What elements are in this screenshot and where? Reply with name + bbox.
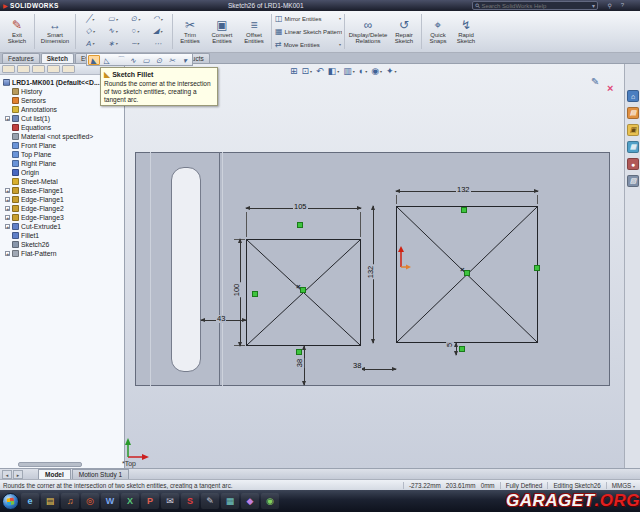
design-library-tab[interactable]: ▤ (627, 107, 639, 119)
display-delete-relations-button[interactable]: ∞ Display/Delete Relations (347, 12, 389, 51)
circle-button[interactable]: ⊙ (153, 55, 165, 65)
more-tools-button[interactable]: ⋯ (147, 38, 170, 50)
powerpoint-icon[interactable]: P (141, 493, 159, 509)
trim-entities-button[interactable]: ✂ Trim Entities (175, 12, 205, 51)
rectangle-button[interactable]: ▭ (140, 55, 152, 65)
help-icon[interactable]: ? (621, 2, 624, 8)
line-tool-button[interactable]: ╱▾ (79, 13, 102, 25)
tree-item-sheet-metal[interactable]: Sheet-Metal (2, 177, 124, 186)
tree-item-base-flange1[interactable]: Base-Flange1 (2, 186, 124, 195)
expand-icon[interactable] (5, 197, 10, 202)
sketch-fillet-button[interactable]: ◣ (88, 55, 100, 65)
rectangle-tool-button[interactable]: ▭▾ (102, 13, 125, 25)
dim-line-5[interactable] (456, 343, 457, 355)
dimension-38-bottom[interactable]: 38 (352, 362, 362, 370)
view-palette-tab[interactable]: ▦ (627, 141, 639, 153)
zoom-fit-button[interactable]: ⊞ (290, 66, 298, 76)
relation-marker[interactable] (252, 291, 258, 297)
tree-item-material[interactable]: Material <not specified> (2, 132, 124, 141)
sketch-fillet-tool-button[interactable]: ◢▾ (147, 25, 170, 37)
relation-marker[interactable] (459, 346, 465, 352)
sketch-chamfer-button[interactable]: ◺ (101, 55, 113, 65)
previous-view-button[interactable]: ↶ (316, 66, 324, 76)
tab-features[interactable]: Features (2, 53, 40, 63)
dimension-38-left[interactable]: 38 (296, 358, 304, 368)
tree-item-top-plane[interactable]: Top Plane (2, 150, 124, 159)
relation-marker[interactable] (534, 265, 540, 271)
point-tool-button[interactable]: ∗▾ (102, 38, 125, 50)
offset-entities-button[interactable]: ≡ Offset Entities (239, 12, 269, 51)
relation-marker[interactable] (297, 222, 303, 228)
exit-sketch-button[interactable]: ✎ Exit Sketch (2, 12, 32, 51)
dimxpertmanager-tab[interactable] (47, 65, 60, 73)
mirror-entities-button[interactable]: ◫Mirror Entities▾ (274, 13, 342, 25)
solidworks-resources-tab[interactable]: ⌂ (627, 90, 639, 102)
paint-icon[interactable]: ◆ (241, 493, 259, 509)
rapid-sketch-button[interactable]: ↯ Rapid Sketch (452, 12, 480, 51)
view-orientation-button[interactable]: ▥▾ (343, 66, 355, 76)
configurationmanager-tab[interactable] (32, 65, 45, 73)
start-button[interactable] (2, 493, 19, 510)
dimension-100[interactable]: 100 (233, 283, 241, 298)
construction-geometry-button[interactable]: ┄▾ (124, 38, 147, 50)
file-explorer-tab[interactable]: ▣ (627, 124, 639, 136)
dim-line-38-bottom[interactable] (361, 369, 396, 370)
tree-item-right-plane[interactable]: Right Plane (2, 159, 124, 168)
dimension-132-mid[interactable]: 132 (367, 265, 375, 280)
tree-item-front-plane[interactable]: Front Plane (2, 141, 124, 150)
recycle-bin-icon[interactable]: ◉ (261, 493, 279, 509)
help-search-box[interactable]: ⚲ ▾ (472, 1, 598, 10)
expand-icon[interactable] (5, 224, 10, 229)
spline-button[interactable]: ∿ (127, 55, 139, 65)
display-style-button[interactable]: ◐▾ (359, 66, 367, 76)
notepad-icon[interactable]: ✎ (201, 493, 219, 509)
search-input[interactable] (481, 2, 590, 10)
excel-icon[interactable]: X (121, 493, 139, 509)
media-player-icon[interactable]: ♫ (61, 493, 79, 509)
expand-icon[interactable] (5, 116, 10, 121)
calculator-icon[interactable]: ▦ (221, 493, 239, 509)
tree-item-sketch26[interactable]: Sketch26 (2, 240, 124, 249)
displaymanager-tab[interactable] (62, 65, 75, 73)
flyout-dropdown-button[interactable]: ▾ (179, 55, 191, 65)
tree-item-cutlist[interactable]: Cut list(1) (2, 114, 124, 123)
model-tab[interactable]: Model (38, 469, 71, 479)
smart-dimension-button[interactable]: ↔ Smart Dimension (37, 12, 73, 51)
spline-tool-button[interactable]: ∿▾ (102, 25, 125, 37)
expand-icon[interactable] (5, 215, 10, 220)
solidworks-icon[interactable]: S (181, 493, 199, 509)
dimension-132-top[interactable]: 132 (456, 186, 471, 194)
tree-item-edge-flange1[interactable]: Edge-Flange1 (2, 195, 124, 204)
word-icon[interactable]: W (101, 493, 119, 509)
ellipse-tool-button[interactable]: ○▾ (124, 25, 147, 37)
tree-item-cut-extrude1[interactable]: Cut-Extrude1 (2, 222, 124, 231)
expand-icon[interactable] (5, 206, 10, 211)
relation-marker[interactable] (461, 207, 467, 213)
internet-explorer-icon[interactable]: e (21, 493, 39, 509)
cancel-sketch-icon[interactable]: × (607, 82, 613, 94)
panel-scrollbar[interactable] (18, 462, 82, 467)
firefox-icon[interactable]: ◎ (81, 493, 99, 509)
search-dropdown-icon[interactable]: ▾ (592, 2, 595, 9)
repair-sketch-button[interactable]: ↺ Repair Sketch (389, 12, 419, 51)
tree-item-flat-pattern[interactable]: Flat-Pattern (2, 249, 124, 258)
text-tool-button[interactable]: A▾ (79, 38, 102, 50)
edit-appearance-button[interactable]: ✦▾ (386, 66, 397, 76)
search-go-icon[interactable]: ⚲ (608, 2, 612, 9)
outlook-icon[interactable]: ✉ (161, 493, 179, 509)
expand-icon[interactable] (5, 251, 10, 256)
relation-marker[interactable] (300, 287, 306, 293)
dimension-43[interactable]: 43 (216, 315, 226, 323)
windows-explorer-icon[interactable]: ▤ (41, 493, 59, 509)
convert-entities-button[interactable]: ▣ Convert Entities (205, 12, 239, 51)
expand-icon[interactable] (5, 188, 10, 193)
zoom-area-button[interactable]: ⊡▾ (302, 66, 313, 76)
tree-item-edge-flange3[interactable]: Edge-Flange3 (2, 213, 124, 222)
tab-scroll-left-button[interactable]: ◂ (2, 470, 12, 479)
dimension-5[interactable]: 5 (446, 342, 454, 348)
arc-tool-button[interactable]: ◠▾ (147, 13, 170, 25)
propertymanager-tab[interactable] (17, 65, 30, 73)
appearances-scenes-tab[interactable]: ● (627, 158, 639, 170)
relation-marker[interactable] (464, 270, 470, 276)
dimension-105[interactable]: 105 (293, 203, 308, 211)
